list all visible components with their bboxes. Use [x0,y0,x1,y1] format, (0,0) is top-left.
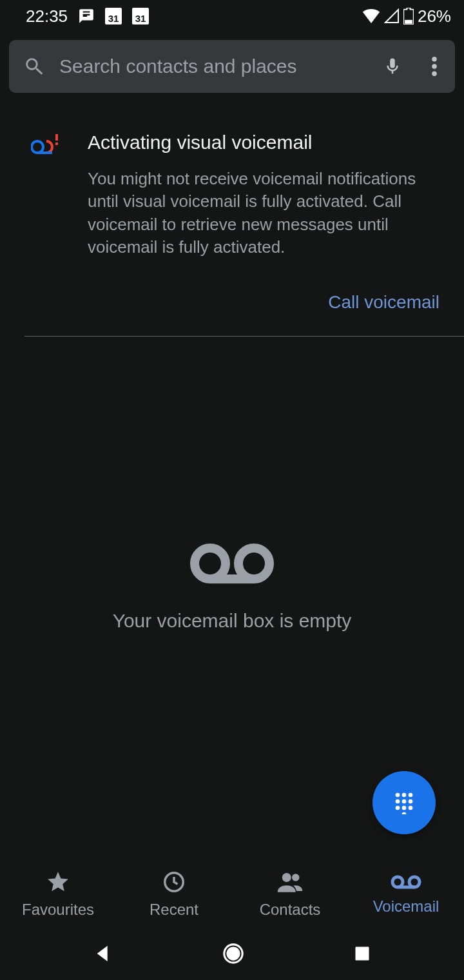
svg-point-18 [402,806,407,810]
voicemail-empty-state: Your voicemail box is empty [0,542,464,632]
search-bar[interactable]: Search contacts and places [9,40,455,93]
dialpad-fab[interactable] [372,771,436,834]
svg-point-3 [432,72,437,77]
people-icon [276,870,304,894]
svg-point-16 [409,799,413,804]
svg-point-14 [396,799,400,804]
back-button[interactable] [93,943,113,966]
svg-point-28 [226,946,240,960]
overview-button[interactable] [353,945,371,965]
bottom-nav: Favourites Recent Contacts Voicemail [0,859,464,930]
message-icon [78,8,95,24]
mic-icon[interactable] [376,50,409,83]
voicemail-icon [390,873,422,891]
home-button[interactable] [222,943,244,967]
battery-icon [403,8,414,24]
tab-recent[interactable]: Recent [116,859,232,930]
svg-point-17 [396,806,400,810]
tab-voicemail[interactable]: Voicemail [348,859,464,930]
svg-point-15 [402,799,407,804]
svg-point-23 [292,874,300,881]
voicemail-icon [187,542,277,589]
calendar-icon: 31 [105,8,122,24]
tab-contacts[interactable]: Contacts [232,859,348,930]
search-placeholder: Search contacts and places [59,55,362,77]
tab-label: Favourites [22,901,94,919]
calendar-icon: 31 [132,8,149,24]
signal-icon [384,8,400,24]
status-bar: 22:35 31 31 26% [0,0,464,32]
svg-point-2 [432,64,437,69]
svg-point-13 [409,793,413,798]
empty-state-message: Your voicemail box is empty [0,610,464,632]
notice-description: You might not receive voicemail notifica… [88,168,446,259]
more-options-icon[interactable] [423,50,446,83]
voicemail-activation-notice: Activating visual voicemail You might no… [0,93,464,259]
dialpad-icon [391,789,417,817]
notice-title: Activating visual voicemail [88,132,446,153]
svg-point-8 [195,548,226,579]
divider [24,336,464,337]
svg-point-20 [402,812,407,814]
statusbar-time: 22:35 [26,6,68,26]
svg-rect-0 [405,20,412,24]
battery-percent: 26% [418,6,451,26]
system-nav-bar [0,930,464,980]
svg-rect-6 [55,134,58,141]
svg-rect-29 [355,947,369,961]
call-voicemail-button[interactable]: Call voicemail [328,292,440,313]
star-icon [46,870,70,894]
tab-label: Contacts [260,901,321,919]
svg-point-22 [282,873,291,882]
svg-point-19 [409,806,413,810]
svg-point-9 [238,548,269,579]
tab-label: Recent [150,901,198,919]
voicemail-alert-icon [31,134,61,259]
search-icon [23,55,45,77]
wifi-icon [362,9,380,23]
svg-point-12 [402,793,407,798]
svg-point-1 [432,57,437,62]
svg-rect-7 [55,142,58,145]
tab-label: Voicemail [373,897,440,916]
tab-favourites[interactable]: Favourites [0,859,116,930]
svg-point-11 [396,793,400,798]
clock-icon [162,870,186,894]
svg-point-4 [32,141,43,153]
